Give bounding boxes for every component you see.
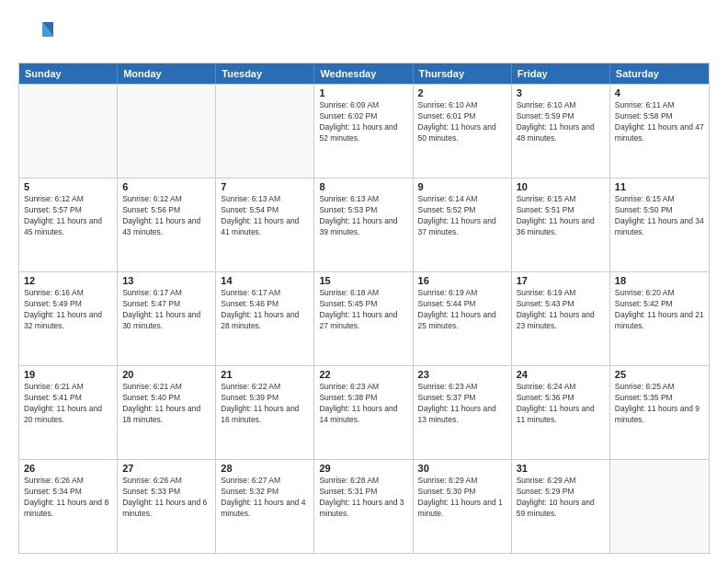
cell-day-number: 13 [122,275,210,286]
cell-info: Sunrise: 6:23 AMSunset: 5:38 PMDaylight:… [319,382,407,426]
cell-info: Sunrise: 6:17 AMSunset: 5:47 PMDaylight:… [122,288,210,332]
header-day-saturday: Saturday [610,63,709,84]
cell-info: Sunrise: 6:10 AMSunset: 5:59 PMDaylight:… [517,100,605,144]
cell-info: Sunrise: 6:23 AMSunset: 5:37 PMDaylight:… [418,382,506,426]
calendar: SundayMondayTuesdayWednesdayThursdayFrid… [18,63,710,554]
cell-day-number: 12 [24,275,112,286]
calendar-cell: 30Sunrise: 6:29 AMSunset: 5:30 PMDayligh… [414,460,512,553]
cell-info: Sunrise: 6:13 AMSunset: 5:53 PMDaylight:… [319,194,407,238]
cell-day-number: 28 [221,463,309,474]
cell-day-number: 31 [517,463,605,474]
logo [18,17,55,55]
calendar-cell: 17Sunrise: 6:19 AMSunset: 5:43 PMDayligh… [512,272,610,365]
calendar-cell: 12Sunrise: 6:16 AMSunset: 5:49 PMDayligh… [19,272,118,365]
cell-day-number: 25 [615,369,704,380]
calendar-cell: 27Sunrise: 6:26 AMSunset: 5:33 PMDayligh… [118,460,216,553]
cell-day-number: 21 [221,369,309,380]
cell-info: Sunrise: 6:28 AMSunset: 5:31 PMDaylight:… [319,476,407,520]
cell-info: Sunrise: 6:26 AMSunset: 5:34 PMDaylight:… [24,476,112,520]
cell-day-number: 10 [517,181,605,192]
calendar-cell: 9Sunrise: 6:14 AMSunset: 5:52 PMDaylight… [414,178,512,271]
cell-day-number: 8 [319,181,407,192]
calendar-cell: 18Sunrise: 6:20 AMSunset: 5:42 PMDayligh… [610,272,709,365]
header-day-wednesday: Wednesday [314,63,413,84]
cell-info: Sunrise: 6:17 AMSunset: 5:46 PMDaylight:… [221,288,309,332]
cell-day-number: 5 [24,181,112,192]
cell-info: Sunrise: 6:12 AMSunset: 5:56 PMDaylight:… [122,194,210,238]
cell-info: Sunrise: 6:14 AMSunset: 5:52 PMDaylight:… [418,194,506,238]
cell-day-number: 27 [122,463,210,474]
cell-info: Sunrise: 6:10 AMSunset: 6:01 PMDaylight:… [418,100,506,144]
cell-info: Sunrise: 6:21 AMSunset: 5:41 PMDaylight:… [24,382,112,426]
cell-info: Sunrise: 6:24 AMSunset: 5:36 PMDaylight:… [517,382,605,426]
cell-info: Sunrise: 6:18 AMSunset: 5:45 PMDaylight:… [319,288,407,332]
calendar-cell: 15Sunrise: 6:18 AMSunset: 5:45 PMDayligh… [314,272,413,365]
calendar-cell: 2Sunrise: 6:10 AMSunset: 6:01 PMDaylight… [414,85,512,178]
cell-info: Sunrise: 6:29 AMSunset: 5:30 PMDaylight:… [418,476,506,520]
cell-info: Sunrise: 6:22 AMSunset: 5:39 PMDaylight:… [221,382,309,426]
calendar-cell: 20Sunrise: 6:21 AMSunset: 5:40 PMDayligh… [118,366,216,459]
calendar-cell: 7Sunrise: 6:13 AMSunset: 5:54 PMDaylight… [216,178,314,271]
cell-day-number: 23 [418,369,506,380]
calendar-cell [610,460,709,553]
cell-info: Sunrise: 6:21 AMSunset: 5:40 PMDaylight:… [122,382,210,426]
calendar-cell: 26Sunrise: 6:26 AMSunset: 5:34 PMDayligh… [19,460,118,553]
cell-day-number: 9 [418,181,506,192]
calendar-row-4: 26Sunrise: 6:26 AMSunset: 5:34 PMDayligh… [19,459,709,553]
cell-info: Sunrise: 6:25 AMSunset: 5:35 PMDaylight:… [615,382,704,426]
calendar-row-2: 12Sunrise: 6:16 AMSunset: 5:49 PMDayligh… [19,271,709,365]
calendar-cell [118,85,216,178]
cell-info: Sunrise: 6:16 AMSunset: 5:49 PMDaylight:… [24,288,112,332]
calendar-cell: 14Sunrise: 6:17 AMSunset: 5:46 PMDayligh… [216,272,314,365]
cell-info: Sunrise: 6:27 AMSunset: 5:32 PMDaylight:… [221,476,309,520]
calendar-cell: 8Sunrise: 6:13 AMSunset: 5:53 PMDaylight… [314,178,413,271]
cell-info: Sunrise: 6:15 AMSunset: 5:51 PMDaylight:… [517,194,605,238]
calendar-cell: 4Sunrise: 6:11 AMSunset: 5:58 PMDaylight… [610,85,709,178]
calendar-body: 1Sunrise: 6:09 AMSunset: 6:02 PMDaylight… [19,84,709,553]
calendar-row-0: 1Sunrise: 6:09 AMSunset: 6:02 PMDaylight… [19,84,709,178]
cell-info: Sunrise: 6:11 AMSunset: 5:58 PMDaylight:… [615,100,704,144]
calendar-row-1: 5Sunrise: 6:12 AMSunset: 5:57 PMDaylight… [19,178,709,271]
calendar-header: SundayMondayTuesdayWednesdayThursdayFrid… [19,63,709,84]
cell-day-number: 17 [517,275,605,286]
calendar-cell: 28Sunrise: 6:27 AMSunset: 5:32 PMDayligh… [216,460,314,553]
calendar-cell: 10Sunrise: 6:15 AMSunset: 5:51 PMDayligh… [512,178,610,271]
cell-info: Sunrise: 6:12 AMSunset: 5:57 PMDaylight:… [24,194,112,238]
cell-info: Sunrise: 6:19 AMSunset: 5:43 PMDaylight:… [517,288,605,332]
cell-day-number: 18 [615,275,704,286]
cell-info: Sunrise: 6:19 AMSunset: 5:44 PMDaylight:… [418,288,506,332]
calendar-cell: 29Sunrise: 6:28 AMSunset: 5:31 PMDayligh… [314,460,413,553]
cell-info: Sunrise: 6:29 AMSunset: 5:29 PMDaylight:… [517,476,605,520]
calendar-cell: 21Sunrise: 6:22 AMSunset: 5:39 PMDayligh… [216,366,314,459]
cell-day-number: 26 [24,463,112,474]
cell-info: Sunrise: 6:20 AMSunset: 5:42 PMDaylight:… [615,288,704,332]
cell-day-number: 15 [319,275,407,286]
cell-day-number: 16 [418,275,506,286]
cell-day-number: 14 [221,275,309,286]
header-day-sunday: Sunday [19,63,118,84]
cell-day-number: 1 [319,87,407,98]
calendar-cell [216,85,314,178]
calendar-cell: 16Sunrise: 6:19 AMSunset: 5:44 PMDayligh… [414,272,512,365]
cell-info: Sunrise: 6:09 AMSunset: 6:02 PMDaylight:… [319,100,407,144]
cell-day-number: 30 [418,463,506,474]
calendar-cell: 25Sunrise: 6:25 AMSunset: 5:35 PMDayligh… [610,366,709,459]
calendar-cell: 5Sunrise: 6:12 AMSunset: 5:57 PMDaylight… [19,178,118,271]
page: SundayMondayTuesdayWednesdayThursdayFrid… [0,0,728,563]
cell-info: Sunrise: 6:13 AMSunset: 5:54 PMDaylight:… [221,194,309,238]
calendar-cell: 23Sunrise: 6:23 AMSunset: 5:37 PMDayligh… [414,366,512,459]
cell-day-number: 4 [615,87,704,98]
calendar-row-3: 19Sunrise: 6:21 AMSunset: 5:41 PMDayligh… [19,365,709,459]
calendar-cell [19,85,118,178]
cell-day-number: 19 [24,369,112,380]
cell-day-number: 24 [517,369,605,380]
calendar-cell: 24Sunrise: 6:24 AMSunset: 5:36 PMDayligh… [512,366,610,459]
cell-day-number: 20 [122,369,210,380]
header-day-monday: Monday [118,63,216,84]
header-day-thursday: Thursday [414,63,512,84]
calendar-cell: 6Sunrise: 6:12 AMSunset: 5:56 PMDaylight… [118,178,216,271]
calendar-cell: 19Sunrise: 6:21 AMSunset: 5:41 PMDayligh… [19,366,118,459]
cell-day-number: 11 [615,181,704,192]
cell-day-number: 7 [221,181,309,192]
cell-day-number: 6 [122,181,210,192]
